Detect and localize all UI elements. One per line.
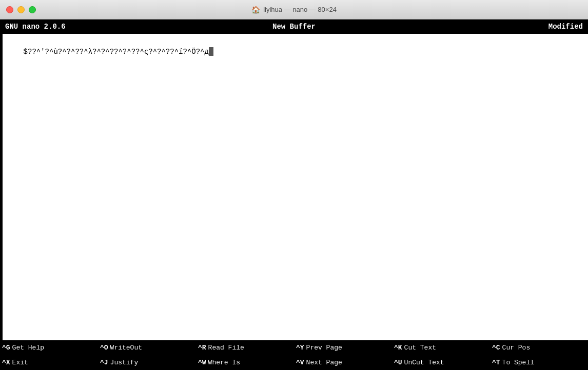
shortcut-item-3[interactable]: ^Y Prev Page — [294, 340, 392, 355]
shortcut-key-5: ^C — [492, 344, 500, 352]
shortcut-label-1: WriteOut — [110, 344, 142, 352]
shortcut-key-10: ^U — [394, 359, 402, 366]
shortcut-key-8: ^W — [198, 359, 206, 366]
shortcut-item-0[interactable]: ^G Get Help — [0, 340, 98, 355]
shortcut-label-4: Cut Text — [404, 344, 436, 352]
title-text: liyihua — nano — 80×24 — [263, 6, 337, 13]
shortcut-key-3: ^Y — [296, 344, 304, 352]
shortcut-label-11: To Spell — [502, 359, 534, 366]
shortcut-label-5: Cur Pos — [502, 344, 531, 352]
shortcut-item-9[interactable]: ^V Next Page — [294, 355, 392, 370]
traffic-lights — [6, 6, 36, 13]
maximize-button[interactable] — [29, 6, 36, 13]
title-icon: 🏠 — [251, 6, 260, 14]
shortcut-key-2: ^R — [198, 344, 206, 352]
shortcut-item-7[interactable]: ^J Justify — [98, 355, 196, 370]
text-cursor — [209, 47, 213, 56]
shortcut-item-11[interactable]: ^T To Spell — [490, 355, 588, 370]
nano-header: GNU nano 2.0.6 New Buffer Modified — [0, 19, 588, 34]
shortcut-item-8[interactable]: ^W Where Is — [196, 355, 294, 370]
nano-status: Modified — [390, 23, 583, 31]
editor-area[interactable]: $??^′?^ù?^?^??^λ?^?^??^?^??^ς?^?^??^í?^Ö… — [0, 34, 588, 340]
shortcut-key-9: ^V — [296, 359, 304, 366]
shortcut-item-6[interactable]: ^X Exit — [0, 355, 98, 370]
shortcut-item-2[interactable]: ^R Read File — [196, 340, 294, 355]
shortcut-label-8: Where Is — [208, 359, 240, 366]
minimize-button[interactable] — [17, 6, 25, 13]
shortcut-key-6: ^X — [2, 359, 10, 366]
shortcut-key-1: ^O — [100, 344, 108, 352]
shortcut-bar: ^G Get Help^O WriteOut^R Read File^Y Pre… — [0, 340, 588, 370]
shortcut-label-9: Next Page — [306, 359, 342, 366]
nano-version: GNU nano 2.0.6 — [5, 23, 198, 31]
editor-content[interactable]: $??^′?^ù?^?^??^λ?^?^??^?^??^ς?^?^??^í?^Ö… — [0, 36, 588, 338]
shortcut-key-11: ^T — [492, 359, 500, 366]
title-bar: 🏠 liyihua — nano — 80×24 — [0, 0, 588, 19]
editor-text: $??^′?^ù?^?^??^λ?^?^??^?^??^ς?^?^??^í?^Ö… — [24, 48, 209, 56]
window-title: 🏠 liyihua — nano — 80×24 — [251, 6, 337, 14]
shortcut-label-2: Read File — [208, 344, 244, 352]
left-indicator — [0, 34, 3, 340]
shortcut-item-10[interactable]: ^U UnCut Text — [392, 355, 490, 370]
shortcut-label-6: Exit — [12, 359, 28, 366]
shortcut-key-4: ^K — [394, 344, 402, 352]
shortcut-label-7: Justify — [110, 359, 139, 366]
shortcut-label-10: UnCut Text — [404, 359, 444, 366]
shortcut-item-4[interactable]: ^K Cut Text — [392, 340, 490, 355]
shortcut-key-0: ^G — [2, 344, 10, 352]
shortcut-key-7: ^J — [100, 359, 108, 366]
shortcut-item-1[interactable]: ^O WriteOut — [98, 340, 196, 355]
shortcut-label-3: Prev Page — [306, 344, 342, 352]
shortcut-label-0: Get Help — [12, 344, 44, 352]
shortcut-item-5[interactable]: ^C Cur Pos — [490, 340, 588, 355]
close-button[interactable] — [6, 6, 13, 13]
nano-filename: New Buffer — [198, 23, 390, 31]
